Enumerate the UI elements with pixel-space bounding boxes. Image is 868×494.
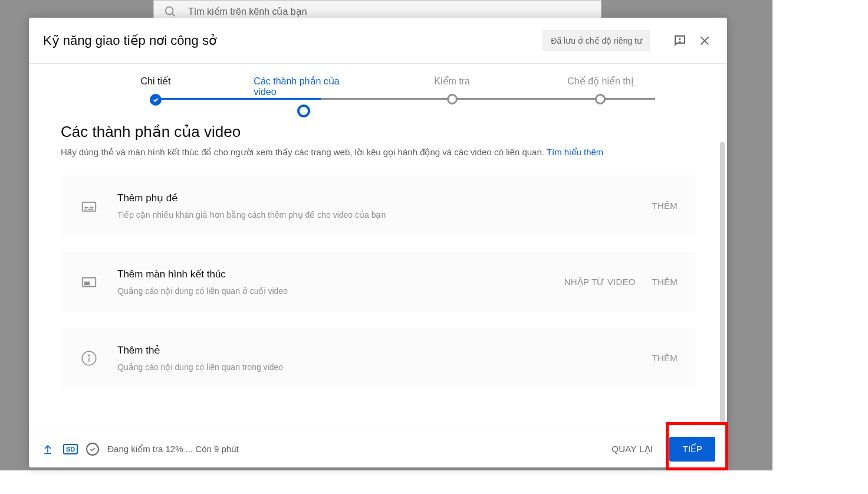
feedback-icon[interactable]: [672, 32, 688, 49]
card-desc: Tiếp cận nhiều khán giả hơn bằng cách th…: [117, 210, 634, 220]
section-subtitle: Hãy dùng thẻ và màn hình kết thúc để cho…: [61, 147, 695, 158]
add-cards-button[interactable]: THÊM: [652, 353, 678, 363]
card-title: Thêm màn hình kết thúc: [117, 268, 547, 280]
step-dot: [447, 94, 458, 104]
right-margin: [772, 0, 868, 494]
dialog-content: Các thành phần của video Hãy dùng thẻ và…: [29, 111, 727, 430]
card-add-end-screen: Thêm màn hình kết thúc Quảng cáo nội dun…: [61, 251, 695, 312]
step-dot-active: [297, 104, 310, 117]
card-title: Thêm thẻ: [117, 344, 634, 356]
check-circle-icon[interactable]: [86, 443, 99, 456]
svg-point-0: [166, 7, 173, 15]
step-checks[interactable]: Kiểm tra: [402, 76, 502, 104]
info-card-icon: [78, 348, 100, 369]
card-add-cards: Thêm thẻ Quảng cáo nội dung có liên quan…: [61, 328, 695, 388]
svg-point-15: [88, 355, 90, 356]
section-heading: Các thành phần của video: [61, 123, 695, 141]
add-end-screen-button[interactable]: THÊM: [652, 277, 678, 287]
subtitles-icon: [78, 195, 100, 217]
scrollbar[interactable]: [720, 142, 725, 425]
saved-status-badge: Đã lưu ở chế độ riêng tư: [542, 30, 650, 51]
next-button[interactable]: TIẾP: [669, 437, 715, 462]
search-placeholder: Tìm kiếm trên kênh của bạn: [188, 6, 307, 17]
bottom-margin: [0, 470, 772, 494]
import-from-video-button[interactable]: NHẬP TỪ VIDEO: [564, 277, 636, 287]
processing-status: Đang kiểm tra 12% ... Còn 9 phút: [107, 444, 600, 454]
search-icon: [163, 5, 176, 18]
dialog-title: Kỹ năng giao tiếp nơi công sở: [43, 33, 542, 48]
step-details[interactable]: Chi tiết: [106, 76, 206, 106]
stepper: Chi tiết Các thành phần của video Kiểm t…: [29, 64, 727, 111]
check-icon: [150, 94, 162, 106]
dialog-footer: SD Đang kiểm tra 12% ... Còn 9 phút QUAY…: [29, 430, 727, 467]
close-icon[interactable]: [696, 32, 713, 49]
end-screen-icon: [78, 271, 100, 293]
step-visibility[interactable]: Chế độ hiển thị: [550, 76, 650, 104]
step-video-elements[interactable]: Các thành phần của video: [254, 76, 354, 117]
svg-point-3: [680, 41, 680, 42]
learn-more-link[interactable]: Tìm hiểu thêm: [547, 147, 604, 157]
step-dot: [595, 94, 606, 104]
svg-rect-12: [85, 282, 90, 284]
sd-quality-icon[interactable]: SD: [63, 444, 78, 454]
back-button[interactable]: QUAY LẠI: [600, 437, 665, 462]
card-title: Thêm phụ đề: [117, 192, 634, 204]
add-subtitles-button[interactable]: THÊM: [652, 201, 678, 211]
dialog-header: Kỹ năng giao tiếp nơi công sở Đã lưu ở c…: [29, 18, 727, 64]
card-desc: Quảng cáo nội dung có liên quan trong vi…: [117, 362, 634, 372]
upload-icon[interactable]: [41, 442, 55, 456]
svg-line-1: [172, 14, 175, 16]
card-add-subtitles: Thêm phụ đề Tiếp cận nhiều khán giả hơn …: [61, 175, 695, 236]
upload-dialog: Kỹ năng giao tiếp nơi công sở Đã lưu ở c…: [29, 18, 727, 467]
card-desc: Quảng cáo nội dung có liên quan ở cuối v…: [117, 286, 547, 296]
